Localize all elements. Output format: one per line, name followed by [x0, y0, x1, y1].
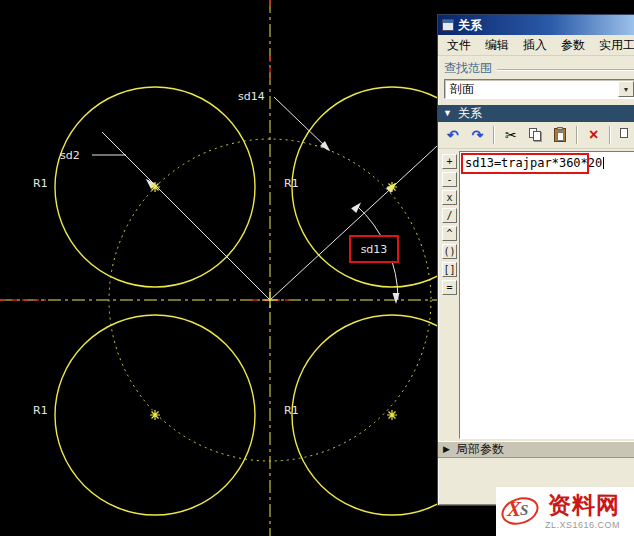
relation-text-editor[interactable]: sd13=trajpar*360*20 [459, 151, 634, 439]
relations-dialog: 关系 文件 编辑 插入 参数 实用工具 查找范围 剖面 ▼ ▼ 关系 ↶ ↷ ✂ [437, 14, 634, 506]
dialog-titlebar[interactable]: 关系 [438, 15, 634, 35]
operator-column: + - x / ^ () [] = [440, 151, 459, 439]
undo-button[interactable]: ↶ [442, 124, 464, 146]
toolbar-separator [576, 126, 578, 144]
lookin-group: 查找范围 [444, 60, 634, 77]
app-screen: sd2 sd14 R1 R1 R1 R1 sd13 关系 文件 编辑 插入 参数… [0, 0, 634, 536]
editor-toolbar: ↶ ↷ ✂ × [438, 122, 634, 149]
radius-label-bottom-right[interactable]: R1 [284, 404, 299, 417]
dim-label-sd13[interactable]: sd13 [361, 243, 388, 256]
menu-edit[interactable]: 编辑 [478, 35, 516, 56]
center-star-marker [387, 182, 397, 192]
operator-equals-button[interactable]: = [442, 280, 457, 295]
operator-parentheses-button[interactable]: () [442, 244, 457, 259]
dialog-title: 关系 [458, 17, 482, 34]
watermark-site-name: 资料网 [548, 493, 620, 518]
menubar: 文件 编辑 插入 参数 实用工具 [438, 35, 634, 56]
relation-editor-area: + - x / ^ () [] = sd13=trajpar*360*20 [440, 151, 634, 439]
menu-utilities[interactable]: 实用工具 [592, 35, 634, 56]
paste-icon [554, 128, 566, 142]
relations-header-label: 关系 [458, 105, 482, 122]
toolbar-separator [493, 126, 495, 144]
expand-triangle-icon: ▶ [443, 445, 450, 454]
watermark-url: ZL.XS1616.COM [545, 520, 620, 530]
logo-letter-x: X [507, 497, 521, 522]
operator-multiply-button[interactable]: x [442, 190, 457, 205]
toolbar-separator [609, 126, 611, 144]
menu-parameters[interactable]: 参数 [554, 35, 592, 56]
cut-button[interactable]: ✂ [500, 124, 522, 146]
menu-file[interactable]: 文件 [440, 35, 478, 56]
operator-power-button[interactable]: ^ [442, 226, 457, 241]
watermark-text-block: 资料网 ZL.XS1616.COM [545, 493, 620, 529]
window-icon [442, 19, 454, 31]
redo-button[interactable]: ↷ [467, 124, 489, 146]
center-star-marker [150, 182, 160, 192]
sd14-leader-line [274, 97, 326, 147]
watermark: X S 资料网 ZL.XS1616.COM [496, 487, 634, 536]
copy-icon [529, 128, 543, 142]
group-rule [497, 69, 634, 71]
copy-button[interactable] [525, 124, 547, 146]
center-star-marker [387, 410, 397, 420]
dim-label-sd2[interactable]: sd2 [60, 149, 80, 162]
menu-insert[interactable]: 插入 [516, 35, 554, 56]
paste-button[interactable] [549, 124, 571, 146]
delete-button[interactable]: × [583, 124, 605, 146]
radius-label-top-left[interactable]: R1 [33, 177, 48, 190]
lookin-label: 查找范围 [444, 60, 492, 77]
relations-section-header[interactable]: ▼ 关系 [438, 105, 634, 122]
logo-letter-s: S [520, 502, 528, 519]
lookin-value: 剖面 [450, 81, 474, 98]
radius-label-bottom-left[interactable]: R1 [33, 404, 48, 417]
text-caret [603, 157, 604, 169]
clipped-toolbar-button[interactable] [616, 124, 634, 146]
operator-plus-button[interactable]: + [442, 154, 457, 169]
clipped-icon [620, 128, 634, 142]
local-params-label: 局部参数 [456, 441, 504, 458]
operator-brackets-button[interactable]: [] [442, 262, 457, 277]
local-params-section-header[interactable]: ▶ 局部参数 [438, 441, 634, 458]
xs-logo-icon: X S [498, 494, 544, 530]
collapse-triangle-icon: ▼ [443, 109, 452, 118]
operator-divide-button[interactable]: / [442, 208, 457, 223]
relation-highlight-box [461, 153, 589, 174]
radius-label-top-right[interactable]: R1 [284, 177, 299, 190]
dim-label-sd14[interactable]: sd14 [238, 90, 265, 103]
operator-minus-button[interactable]: - [442, 172, 457, 187]
diagonal-line-upper-left[interactable] [102, 132, 270, 300]
combo-dropdown-button[interactable]: ▼ [618, 81, 634, 97]
lookin-combobox[interactable]: 剖面 ▼ [444, 79, 634, 99]
center-star-marker [150, 410, 160, 420]
